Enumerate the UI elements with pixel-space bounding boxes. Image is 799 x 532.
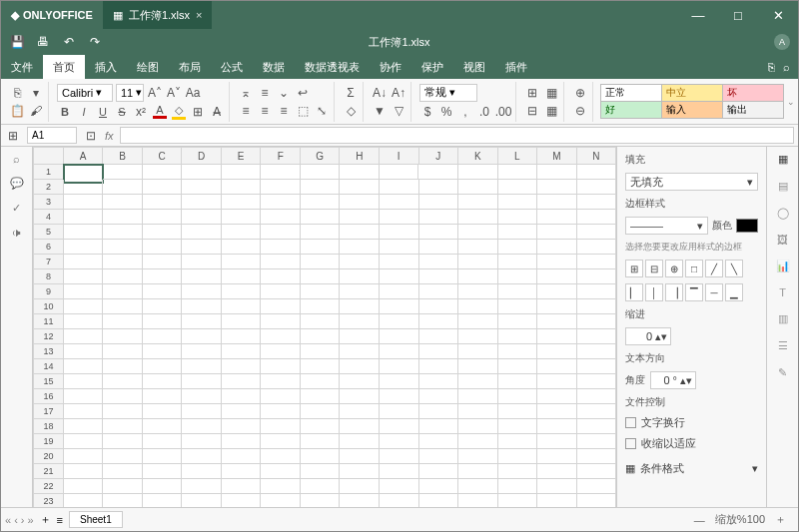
- cell[interactable]: [64, 299, 104, 314]
- cell[interactable]: [577, 255, 616, 269]
- cell[interactable]: [577, 284, 616, 299]
- spreadsheet-grid[interactable]: ABCDEFGHIJKLMN 1234567891011121314151617…: [33, 147, 616, 507]
- cell[interactable]: [537, 449, 577, 464]
- cell[interactable]: [64, 389, 104, 404]
- cell[interactable]: [419, 210, 459, 225]
- cell[interactable]: [261, 180, 301, 195]
- cell[interactable]: [103, 195, 143, 210]
- cell[interactable]: [64, 255, 104, 269]
- cell[interactable]: [458, 344, 498, 359]
- border-none-icon[interactable]: □: [685, 260, 703, 277]
- cell[interactable]: [64, 269, 104, 284]
- cell[interactable]: [577, 479, 616, 494]
- cell[interactable]: [261, 479, 301, 494]
- open-location-icon[interactable]: ⎘: [768, 61, 775, 73]
- cell[interactable]: [182, 180, 222, 195]
- cell[interactable]: [537, 479, 577, 494]
- row-header[interactable]: 9: [33, 284, 64, 299]
- cell[interactable]: [64, 210, 104, 225]
- cell[interactable]: [64, 314, 104, 329]
- cell[interactable]: [261, 434, 301, 449]
- cell[interactable]: [380, 314, 419, 329]
- cell[interactable]: [182, 165, 222, 180]
- bold-icon[interactable]: B: [57, 104, 73, 120]
- style-good[interactable]: 好: [600, 101, 662, 119]
- sheet-last-icon[interactable]: »: [27, 514, 33, 526]
- cell[interactable]: [301, 344, 341, 359]
- cell[interactable]: [222, 389, 262, 404]
- cell[interactable]: [64, 449, 104, 464]
- cell[interactable]: [182, 284, 222, 299]
- cell[interactable]: [340, 449, 380, 464]
- cell[interactable]: [261, 210, 301, 225]
- tab-plugins[interactable]: 插件: [495, 55, 537, 79]
- cell[interactable]: [103, 329, 143, 344]
- cell[interactable]: [222, 494, 262, 507]
- cell[interactable]: [537, 359, 577, 374]
- cell[interactable]: [498, 329, 538, 344]
- cell[interactable]: [537, 434, 577, 449]
- cell[interactable]: [182, 344, 222, 359]
- cell[interactable]: [143, 494, 183, 507]
- image-settings-icon[interactable]: 🖼: [777, 234, 788, 246]
- cell[interactable]: [103, 344, 143, 359]
- superscript-icon[interactable]: x²: [133, 104, 149, 120]
- cell[interactable]: [419, 434, 459, 449]
- italic-icon[interactable]: I: [76, 104, 92, 120]
- cell[interactable]: [419, 195, 459, 210]
- cell[interactable]: [222, 269, 262, 284]
- cell[interactable]: [261, 404, 301, 419]
- fx-icon[interactable]: fx: [105, 130, 114, 142]
- zoom-in-icon[interactable]: ＋: [775, 512, 786, 527]
- style-normal[interactable]: 正常: [600, 84, 662, 102]
- wrap-checkbox[interactable]: 文字换行: [625, 415, 758, 430]
- row-header[interactable]: 5: [33, 225, 64, 240]
- range-select-icon[interactable]: ⊡: [83, 128, 99, 144]
- row-header[interactable]: 11: [33, 314, 64, 329]
- cell[interactable]: [577, 374, 616, 389]
- cell[interactable]: [577, 449, 616, 464]
- cell[interactable]: [537, 329, 577, 344]
- cell[interactable]: [419, 255, 459, 269]
- row-header[interactable]: 10: [33, 299, 64, 314]
- cell[interactable]: [182, 195, 222, 210]
- cell[interactable]: [380, 419, 419, 434]
- cell[interactable]: [380, 464, 419, 479]
- row-header[interactable]: 20: [33, 449, 64, 464]
- cell[interactable]: [103, 314, 143, 329]
- cell[interactable]: [222, 284, 262, 299]
- cond-format-icon[interactable]: ▦: [543, 85, 559, 101]
- cell[interactable]: [340, 240, 380, 255]
- print-icon[interactable]: 🖶: [35, 34, 51, 50]
- cell[interactable]: [143, 404, 183, 419]
- cell[interactable]: [458, 165, 498, 180]
- row-header[interactable]: 2: [33, 180, 64, 195]
- cell[interactable]: [261, 329, 301, 344]
- cell[interactable]: [182, 449, 222, 464]
- style-bad[interactable]: 坏: [722, 84, 784, 102]
- currency-icon[interactable]: $: [419, 104, 435, 120]
- cell[interactable]: [64, 479, 104, 494]
- cell[interactable]: [301, 464, 341, 479]
- cell[interactable]: [577, 165, 616, 180]
- cell[interactable]: [458, 255, 498, 269]
- cell[interactable]: [143, 225, 183, 240]
- cell[interactable]: [301, 329, 341, 344]
- border-outer-icon[interactable]: ⊞: [625, 260, 643, 277]
- cell[interactable]: [261, 314, 301, 329]
- col-header[interactable]: G: [301, 147, 341, 165]
- cell[interactable]: [419, 225, 459, 240]
- cell[interactable]: [458, 284, 498, 299]
- cell[interactable]: [537, 255, 577, 269]
- style-output[interactable]: 输出: [722, 101, 784, 119]
- feedback-icon[interactable]: 🕩: [11, 227, 22, 239]
- font-selector[interactable]: Calibri▾: [57, 84, 113, 102]
- cell[interactable]: [301, 494, 341, 507]
- cell[interactable]: [143, 195, 183, 210]
- align-center-icon[interactable]: ≡: [257, 103, 273, 119]
- cell[interactable]: [182, 374, 222, 389]
- cell[interactable]: [498, 419, 538, 434]
- cell[interactable]: [458, 314, 498, 329]
- cell[interactable]: [182, 479, 222, 494]
- cell[interactable]: [261, 374, 301, 389]
